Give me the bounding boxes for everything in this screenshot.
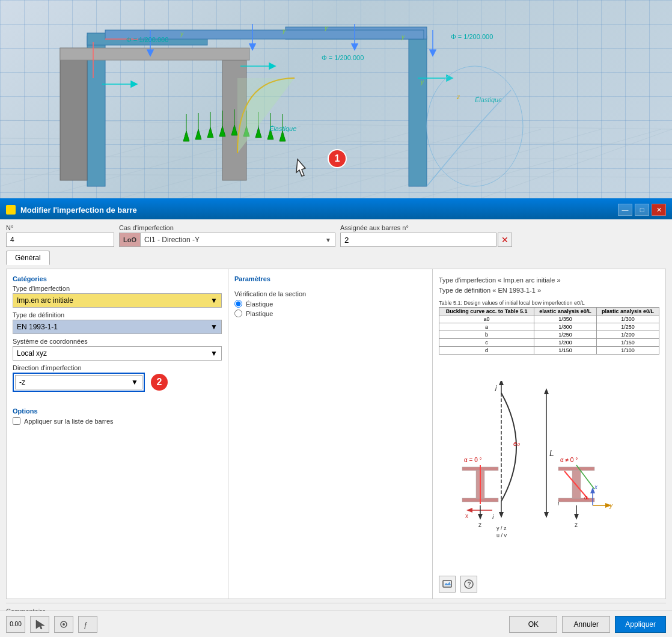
verification-label: Vérification de la section <box>234 290 306 297</box>
table-cell: 1/150 <box>596 339 659 347</box>
systeme-coord-select[interactable]: Local xyz ▼ <box>13 346 222 361</box>
viewport-3d-scene: Φ = 1/200.000 Φ = 1/200.000 Φ = 1/200.00… <box>0 0 672 198</box>
view-button[interactable] <box>54 616 73 633</box>
table-cell: 1/200 <box>596 331 659 339</box>
svg-marker-117 <box>36 620 44 629</box>
dialog-content: N° Cas d'imperfection LoO CI1 - Directio… <box>0 219 672 637</box>
cas-label: Cas d'imperfection <box>119 224 335 231</box>
direction-value: -z <box>19 378 25 386</box>
direction-arrow: ▼ <box>131 378 138 386</box>
svg-marker-67 <box>296 159 305 176</box>
apply-button[interactable]: Appliquer <box>615 616 666 633</box>
elastique-radio[interactable] <box>234 300 242 308</box>
options-title: Options <box>13 407 222 415</box>
svg-text:y: y <box>282 28 286 34</box>
svg-rect-94 <box>558 467 594 471</box>
assignee-wrapper: ✕ <box>340 233 512 247</box>
table-cell: b <box>439 331 534 339</box>
svg-text:α ≠ 0 °: α ≠ 0 ° <box>560 457 578 463</box>
table-cell: 1/250 <box>534 331 597 339</box>
svg-text:L: L <box>549 448 554 458</box>
assignee-input[interactable] <box>340 233 496 247</box>
cas-field-group: Cas d'imperfection LoO CI1 - Direction -… <box>119 224 335 247</box>
n-input[interactable] <box>6 233 114 247</box>
svg-text:Élastique: Élastique <box>269 125 296 132</box>
plastique-radio-row: Plastique <box>234 309 426 317</box>
table-cell: a0 <box>439 315 534 323</box>
svg-text:x: x <box>465 513 468 519</box>
table-cell: c <box>439 339 534 347</box>
dialog-icon <box>6 205 16 215</box>
type-definition-value: EN 1993-1-1 <box>17 323 58 331</box>
table-cell: 1/300 <box>534 323 597 331</box>
cancel-button[interactable]: Annuler <box>562 616 610 633</box>
n-label: N° <box>6 224 114 231</box>
settings-button[interactable]: ƒ <box>78 616 97 633</box>
svg-text:?: ? <box>468 581 471 588</box>
middle-panel: Paramètres Vérification de la section Él… <box>228 269 433 599</box>
svg-marker-42 <box>131 81 137 87</box>
dialog-controls: — □ ✕ <box>618 204 666 216</box>
loo-badge: LoO <box>120 233 141 246</box>
type-imperfection-select[interactable]: Imp.en arc initiale ▼ <box>13 293 222 308</box>
svg-text:i: i <box>492 513 494 520</box>
apply-list-checkbox[interactable] <box>13 417 20 425</box>
svg-marker-70 <box>499 512 504 518</box>
svg-marker-22 <box>195 129 201 139</box>
svg-marker-107 <box>574 514 579 520</box>
type-imperfection-label: Type d'imperfection <box>13 285 222 292</box>
apply-list-label: Appliquer sur la liste de barres <box>24 418 114 425</box>
svg-rect-14 <box>409 36 427 186</box>
image-export-button[interactable] <box>439 576 456 593</box>
table-cell: 1/200 <box>534 339 597 347</box>
parametres-title: Paramètres <box>234 275 426 282</box>
svg-rect-18 <box>60 48 87 180</box>
table-cell: 1/150 <box>534 347 597 355</box>
svg-text:Φ = 1/200.000: Φ = 1/200.000 <box>322 54 364 61</box>
titlebar-left: Modifier l'imperfection de barre <box>6 205 137 215</box>
right-title: Type d'imperfection « Imp.en arc initial… <box>439 275 659 295</box>
cas-dropdown-arrow[interactable]: ▼ <box>322 237 335 243</box>
assignee-pick-button[interactable]: ✕ <box>498 233 512 247</box>
table-cell: 1/300 <box>596 315 659 323</box>
type-imperfection-row: Type d'imperfection Imp.en arc initiale … <box>13 285 222 308</box>
svg-text:z: z <box>575 522 578 528</box>
tab-bar: Général <box>6 251 666 265</box>
imperfection-table: Buckling curve acc. to Table 5.1 elastic… <box>439 307 659 355</box>
footer-right: OK Annuler Appliquer <box>509 616 666 633</box>
minimize-button[interactable]: — <box>618 204 632 216</box>
svg-point-60 <box>427 66 523 186</box>
help-button[interactable]: ? <box>460 576 477 593</box>
type-imperfection-arrow: ▼ <box>210 296 218 305</box>
svg-text:ƒ: ƒ <box>84 620 88 629</box>
svg-text:y / z: y / z <box>496 525 507 531</box>
value-display-button[interactable]: 0.00 <box>6 616 25 633</box>
dialog-title: Modifier l'imperfection de barre <box>20 206 137 215</box>
svg-marker-52 <box>352 44 358 50</box>
direction-select[interactable]: -z ▼ <box>15 375 142 389</box>
ok-button[interactable]: OK <box>509 616 557 633</box>
cas-select[interactable]: LoO CI1 - Direction -Y ▼ <box>119 233 335 247</box>
tab-general[interactable]: Général <box>6 251 50 265</box>
close-button[interactable]: ✕ <box>652 204 666 216</box>
svg-marker-76 <box>544 388 549 394</box>
svg-text:j: j <box>494 384 497 391</box>
table-cell: d <box>439 347 534 355</box>
systeme-coord-label: Système de coordonnées <box>13 338 222 345</box>
svg-line-0 <box>0 120 240 186</box>
type-definition-label: Type de définition <box>13 311 222 318</box>
svg-marker-50 <box>249 44 255 50</box>
maximize-button[interactable]: □ <box>635 204 649 216</box>
svg-text:z: z <box>456 94 460 100</box>
svg-text:α: α <box>584 495 588 501</box>
svg-marker-27 <box>255 127 261 138</box>
plastique-radio[interactable] <box>234 309 242 317</box>
type-definition-select[interactable]: EN 1993-1-1 ▼ <box>13 320 222 334</box>
svg-text:Φ = 1/200.000: Φ = 1/200.000 <box>126 36 168 43</box>
col-header-2: elastic analysis e0/L <box>534 308 597 315</box>
left-panel: Catégories Type d'imperfection Imp.en ar… <box>6 269 228 599</box>
cas-select-text: CI1 - Direction -Y <box>141 236 322 244</box>
svg-marker-54 <box>430 50 436 56</box>
cursor-tool-button[interactable] <box>30 616 49 633</box>
right-icons-row: ? <box>439 576 659 593</box>
